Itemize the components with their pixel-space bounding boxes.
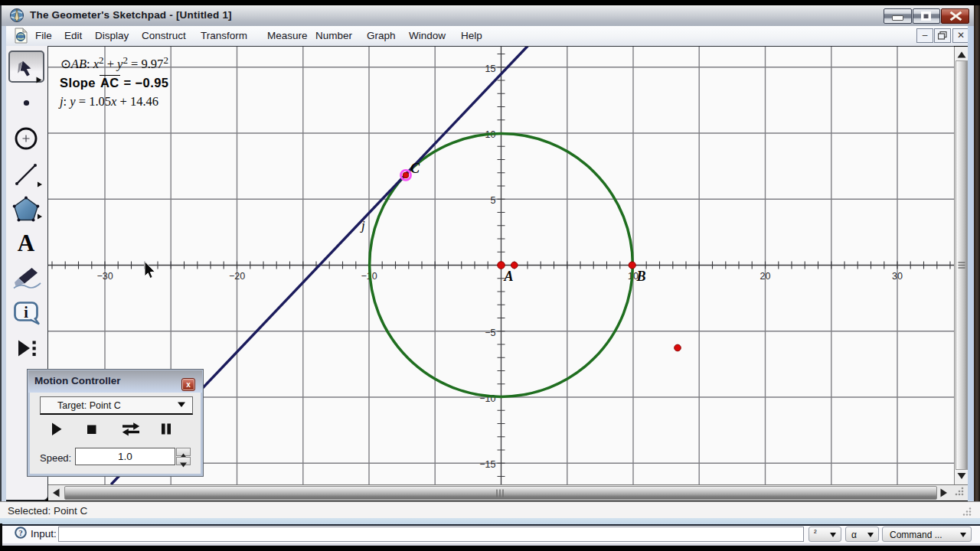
svg-text:B: B xyxy=(636,269,646,284)
svg-text:20: 20 xyxy=(760,271,771,282)
svg-text:j: j xyxy=(360,218,365,233)
svg-text:A: A xyxy=(504,269,514,284)
svg-text:A: A xyxy=(18,230,35,256)
svg-text:?: ? xyxy=(18,529,22,537)
svg-text:−15: −15 xyxy=(479,459,495,470)
svg-text:C: C xyxy=(410,161,420,176)
svg-text:−20: −20 xyxy=(229,271,245,282)
svg-text:5: 5 xyxy=(491,195,496,206)
svg-text:i: i xyxy=(24,304,28,321)
svg-text:30: 30 xyxy=(892,271,903,282)
svg-text:−5: −5 xyxy=(485,328,495,338)
svg-text:−30: −30 xyxy=(96,271,113,282)
svg-text:15: 15 xyxy=(485,64,496,74)
